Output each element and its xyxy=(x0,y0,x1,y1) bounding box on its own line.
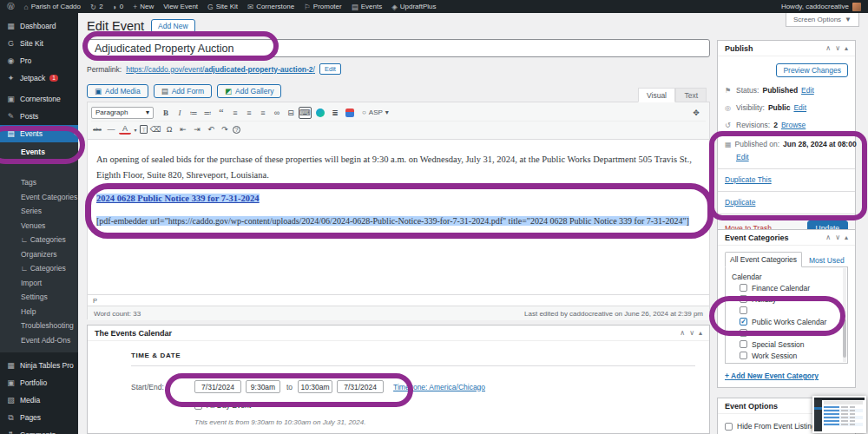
event-title-input[interactable] xyxy=(87,39,710,57)
tab-most-used[interactable]: Most Used xyxy=(809,253,845,267)
fullscreen-icon[interactable]: ✥ xyxy=(690,107,702,119)
sidebar-item-ninja-tables-pro[interactable]: ▦ Ninja Tables Pro xyxy=(0,357,78,374)
sidebar-submenu-item[interactable]: Organizers xyxy=(0,247,78,262)
redo-icon[interactable]: ↷ xyxy=(219,123,231,135)
duplicate-link[interactable]: Duplicate xyxy=(725,198,755,207)
link-icon[interactable]: ∞ xyxy=(271,107,283,119)
sidebar-item-events[interactable]: ▤ Events xyxy=(0,125,78,142)
align-left-icon[interactable]: ≡ xyxy=(229,107,241,119)
asp-plugin-button[interactable]: ○ ASP ▾ xyxy=(362,108,389,116)
more-tag-icon[interactable]: ⊟ xyxy=(285,107,297,119)
start-date-input[interactable] xyxy=(194,380,241,393)
cornerstone-menu[interactable]: ✉ Cornerstone xyxy=(247,3,294,11)
site-name-menu[interactable]: ⌂ Parish of Caddo xyxy=(24,3,82,11)
order-down-icon[interactable]: ∨ xyxy=(835,44,840,52)
category-checkbox[interactable] xyxy=(740,306,747,314)
sidebar-submenu-item[interactable]: Venues xyxy=(0,219,78,233)
new-menu[interactable]: + New xyxy=(133,3,154,11)
permalink-link[interactable]: https://caddo.gov/event/adjudicated-prop… xyxy=(126,65,315,74)
timezone-link[interactable]: Timezone: America/Chicago xyxy=(393,383,485,391)
editor-element-path[interactable]: P xyxy=(88,294,709,306)
all-day-checkbox[interactable] xyxy=(194,402,202,410)
toolbar-toggle-icon[interactable]: ⌨ xyxy=(299,107,312,119)
align-right-icon[interactable]: ≡ xyxy=(257,107,269,119)
hide-from-listings-checkbox[interactable] xyxy=(725,423,733,431)
collapse-icon[interactable]: ▴ xyxy=(845,44,848,52)
sidebar-item-portfolio[interactable]: ▣ Portfolio xyxy=(0,374,78,391)
sidebar-item-media[interactable]: ▧ Media xyxy=(0,391,78,409)
order-up-icon[interactable]: ∧ xyxy=(680,329,685,337)
visibility-edit-link[interactable]: Edit xyxy=(793,103,806,112)
special-character-icon[interactable]: Ω xyxy=(163,123,175,135)
sidebar-submenu-item[interactable]: Series xyxy=(0,204,78,219)
outdent-icon[interactable]: ⇤ xyxy=(177,123,189,135)
help-icon[interactable]: ? xyxy=(233,126,240,134)
comments-menu[interactable]: ◗ 0 xyxy=(113,3,124,11)
category-checkbox[interactable] xyxy=(740,340,747,348)
blockquote-icon[interactable]: “ xyxy=(215,107,227,119)
sidebar-item-pro[interactable]: ◉ Pro xyxy=(0,52,78,69)
sidebar-submenu-item[interactable]: ∟ Categories xyxy=(0,261,78,276)
updates-menu[interactable]: ↻ 2 xyxy=(90,3,103,11)
sidebar-submenu-item[interactable]: Events xyxy=(0,146,78,158)
sidebar-submenu-item[interactable]: Event Categories xyxy=(0,190,78,205)
sidebar-item-site-kit[interactable]: G Site Kit xyxy=(0,35,78,52)
add-new-category-link[interactable]: + Add New Event Category xyxy=(725,372,819,380)
end-time-input[interactable] xyxy=(298,380,332,393)
permalink-edit-button[interactable]: Edit xyxy=(319,63,341,75)
layers-icon[interactable]: ≣ xyxy=(329,107,341,119)
scrollbar[interactable] xyxy=(843,268,846,362)
bullet-list-icon[interactable]: ≔ xyxy=(187,107,200,119)
site-kit-menu[interactable]: G Site Kit xyxy=(207,3,238,11)
sidebar-item-pages[interactable]: ⧉ Pages xyxy=(0,409,78,426)
pdf-notice-link[interactable]: 2024 0628 Public Notice 339 for 7-31-202… xyxy=(96,194,260,203)
category-checkbox[interactable] xyxy=(740,284,747,292)
table-plugin-icon[interactable] xyxy=(345,108,354,117)
view-event-menu[interactable]: View Event xyxy=(163,3,198,10)
admin-bar-account[interactable]: Howdy, caddocreative xyxy=(781,3,861,11)
wordpress-logo-icon[interactable]: Ⓦ xyxy=(7,2,15,12)
paste-as-text-icon[interactable]: ⊤ xyxy=(140,125,148,134)
undo-icon[interactable]: ↶ xyxy=(205,123,217,135)
order-up-icon[interactable]: ∧ xyxy=(825,233,831,241)
screen-options-button[interactable]: Screen Options ▼ xyxy=(786,13,859,27)
text-color-icon[interactable]: A xyxy=(119,124,131,135)
order-down-icon[interactable]: ∨ xyxy=(835,233,840,241)
updraftplus-menu[interactable]: ◈ UpdraftPlus xyxy=(391,3,436,11)
published-edit-link[interactable]: Edit xyxy=(736,153,749,161)
events-menu[interactable]: ▤ Events xyxy=(352,3,383,11)
promoter-menu[interactable]: ⚐ Promoter xyxy=(304,3,342,11)
sidebar-item-jetpack[interactable]: ✦ Jetpack 1 xyxy=(0,69,78,87)
collapse-icon[interactable]: ▴ xyxy=(699,329,702,337)
numbered-list-icon[interactable]: ≕ xyxy=(201,107,214,119)
end-date-input[interactable] xyxy=(337,380,384,393)
category-checkbox[interactable] xyxy=(740,329,747,337)
chevron-down-icon[interactable]: ▾ xyxy=(133,123,138,135)
clear-formatting-icon[interactable]: ⌫ xyxy=(149,123,161,135)
sidebar-submenu-item[interactable]: Help xyxy=(0,305,78,319)
collapse-icon[interactable]: ▴ xyxy=(845,233,848,241)
paragraph-select[interactable]: Paragraph ▾ xyxy=(91,107,154,119)
horizontal-rule-icon[interactable]: — xyxy=(105,123,117,135)
sidebar-submenu-item[interactable]: ∟ Categories xyxy=(0,233,78,247)
forminator-icon[interactable] xyxy=(316,108,325,117)
editor-content[interactable]: An opening of sealed bids for the purcha… xyxy=(88,140,709,294)
tab-all-categories[interactable]: All Event Categories xyxy=(725,252,802,267)
bold-icon[interactable]: B xyxy=(160,107,172,119)
sidebar-submenu-item[interactable]: Import xyxy=(0,276,78,291)
sidebar-submenu-item[interactable]: Settings xyxy=(0,290,78,305)
tab-text[interactable]: Text xyxy=(675,88,707,102)
indent-icon[interactable]: ⇥ xyxy=(191,123,203,135)
tab-visual[interactable]: Visual xyxy=(638,88,675,102)
align-center-icon[interactable]: ≡ xyxy=(243,107,255,119)
duplicate-this-link[interactable]: Duplicate This xyxy=(725,175,772,184)
sidebar-submenu-item[interactable]: Event Add-Ons xyxy=(0,333,78,348)
sidebar-submenu-item[interactable]: Troubleshooting xyxy=(0,319,78,333)
category-checkbox[interactable] xyxy=(740,295,747,303)
start-time-input[interactable] xyxy=(246,380,280,393)
revisions-browse-link[interactable]: Browse xyxy=(781,121,806,129)
strikethrough-icon[interactable]: abc xyxy=(91,123,103,135)
sidebar-item-cornerstone[interactable]: ▣ Cornerstone xyxy=(0,90,78,108)
sidebar-submenu-item[interactable]: Tags xyxy=(0,175,78,190)
add-new-button[interactable]: Add New xyxy=(151,19,195,33)
